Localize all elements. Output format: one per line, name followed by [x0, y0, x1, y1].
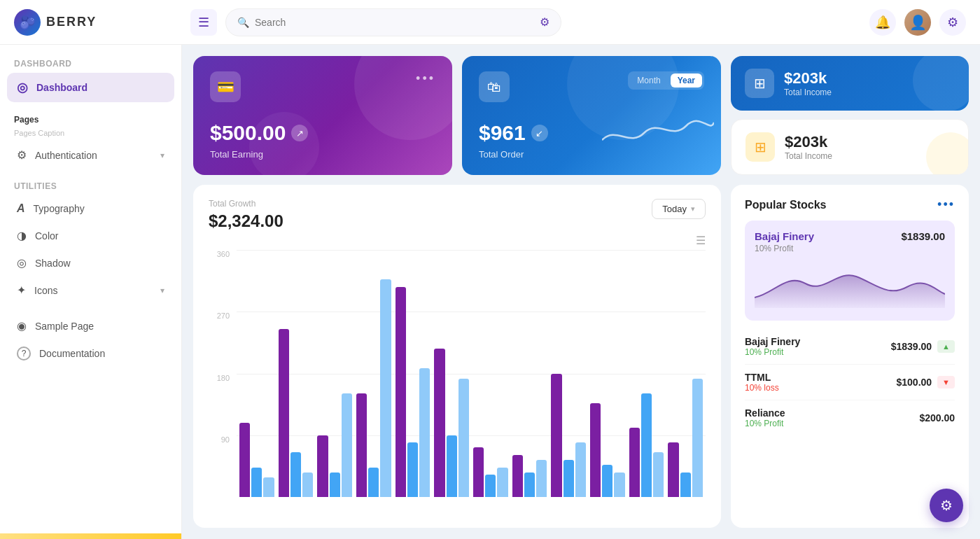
- order-arrow: ↙: [531, 125, 548, 141]
- month-toggle[interactable]: Month: [630, 74, 667, 88]
- sidebar-docs-label: Documentation: [39, 348, 105, 359]
- order-card: 🛍 Month Year $961 ↙ Total Order: [462, 56, 721, 175]
- bar-group-5: [396, 250, 430, 497]
- menu-icon: ☰: [198, 15, 209, 30]
- documentation-icon: ?: [17, 346, 31, 360]
- order-card-icon: 🛍: [479, 71, 510, 102]
- stock-price-reliance: $200.00: [919, 412, 955, 424]
- earning-card: 💳 ••• $500.00 ↗ Total Earning: [193, 56, 452, 175]
- stock-list: Bajaj Finery 10% Profit $1839.00 ▲ TTML …: [745, 329, 955, 435]
- stock-name-reliance: Reliance: [745, 407, 785, 419]
- sidebar: Dashboard ◎ Dashboard Pages Pages Captio…: [0, 45, 182, 539]
- sidebar-item-sample-page[interactable]: ◉ Sample Page: [7, 312, 174, 340]
- sidebar-section-pages-caption: Pages Caption: [7, 129, 174, 141]
- year-toggle[interactable]: Year: [671, 74, 702, 88]
- search-icon: 🔍: [237, 17, 249, 28]
- stat-card-yellow: ⊞ $203k Total Income: [731, 119, 969, 175]
- y-label-360: 360: [217, 250, 230, 258]
- sidebar-item-documentation[interactable]: ? Documentation: [7, 340, 174, 368]
- sidebar-color-label: Color: [35, 230, 58, 241]
- stock-profit-bajaj: 10% Profit: [745, 347, 800, 357]
- earning-label: Total Earning: [210, 149, 435, 160]
- stock-price-bajaj: $1839.00: [891, 341, 932, 352]
- stock-badge-bajaj: ▲: [937, 340, 955, 353]
- stock-price-ttml: $100.00: [897, 377, 932, 388]
- bar-group-6: [434, 250, 469, 497]
- sidebar-item-icons[interactable]: ✦ Icons ▾: [7, 276, 174, 304]
- sidebar-item-dashboard[interactable]: ◎ Dashboard: [7, 73, 174, 102]
- earning-card-icon: 💳: [210, 71, 241, 102]
- menu-button[interactable]: ☰: [190, 9, 217, 36]
- icons-arrow: ▾: [160, 286, 164, 295]
- sidebar-item-typography[interactable]: A Typography: [7, 195, 174, 222]
- notification-button[interactable]: 🔔: [869, 9, 896, 36]
- stock-profit-reliance: 10% Profit: [745, 419, 785, 428]
- y-label-270: 270: [217, 312, 230, 320]
- stat-yellow-icon: ⊞: [746, 132, 775, 162]
- chart-title: Total Growth: [209, 199, 284, 209]
- app-name: BERRY: [46, 15, 97, 29]
- chart-section: Total Growth $2,324.00 Today ▾ ☰: [193, 185, 721, 528]
- stock-name-bajaj: Bajaj Finery: [745, 336, 800, 347]
- bar-group-8: [512, 250, 547, 497]
- sidebar-section-pages-label: Pages: [7, 111, 174, 129]
- main-content: 💳 ••• $500.00 ↗ Total Earning 🛍: [182, 45, 980, 539]
- sidebar-item-color[interactable]: ◑ Color: [7, 222, 174, 249]
- bar-group-12: [668, 250, 703, 497]
- sidebar-shadow-label: Shadow: [35, 258, 71, 269]
- settings-button[interactable]: ⚙: [939, 9, 966, 36]
- bar-group-9: [551, 250, 586, 497]
- y-label-90: 90: [221, 435, 230, 444]
- chart-total: $2,324.00: [209, 211, 284, 231]
- earning-amount: $500.00: [210, 121, 286, 145]
- sidebar-auth-label: Authentication: [35, 150, 97, 161]
- earning-card-menu[interactable]: •••: [416, 71, 435, 86]
- color-icon: ◑: [17, 229, 27, 242]
- stocks-menu[interactable]: •••: [937, 197, 955, 212]
- icons-icon: ✦: [17, 284, 26, 297]
- stat-blue-icon: ⊞: [745, 69, 774, 98]
- chart-menu-icon[interactable]: ☰: [696, 234, 706, 247]
- stocks-section: Popular Stocks ••• Bajaj Finery $1839.00…: [731, 185, 969, 528]
- fab-icon: ⚙: [940, 497, 953, 514]
- stocks-title: Popular Stocks: [745, 199, 826, 211]
- stock-profit-ttml: 10% loss: [745, 383, 779, 393]
- order-label: Total Order: [479, 149, 704, 160]
- stock-row-reliance: Reliance 10% Profit $200.00: [745, 400, 955, 435]
- sidebar-item-authentication[interactable]: ⚙ Authentication ▾: [7, 141, 174, 169]
- shadow-icon: ◎: [17, 256, 27, 270]
- sidebar-icons-label: Icons: [34, 285, 57, 296]
- sidebar-section-dashboard: Dashboard: [7, 55, 174, 73]
- stat-blue-label: Total Income: [784, 88, 832, 97]
- sidebar-section-utilities-label: Utilities: [7, 177, 174, 195]
- search-input[interactable]: [255, 17, 534, 28]
- today-button[interactable]: Today ▾: [652, 199, 706, 219]
- bar-group-2: [279, 250, 314, 497]
- stat-card-blue: ⊞ $203k Total Income: [731, 56, 969, 111]
- bar-group-1: [239, 250, 274, 497]
- avatar: 👤: [904, 9, 931, 36]
- sidebar-sample-label: Sample Page: [35, 321, 94, 332]
- fab-button[interactable]: ⚙: [930, 489, 963, 522]
- stock-row-ttml: TTML 10% loss $100.00 ▼: [745, 365, 955, 400]
- bar-group-10: [590, 250, 625, 497]
- order-amount: $961: [479, 121, 526, 145]
- stock-name-ttml: TTML: [745, 372, 779, 383]
- settings-icon: ⚙: [947, 15, 958, 30]
- featured-stock-card: Bajaj Finery $1839.00 10% Profit: [745, 220, 955, 321]
- bar-group-3: [317, 250, 352, 497]
- typography-icon: A: [17, 202, 25, 215]
- filter-icon[interactable]: ⚙: [540, 15, 550, 29]
- stat-yellow-label: Total Income: [785, 151, 832, 161]
- bar-group-7: [473, 250, 508, 497]
- sidebar-dashboard-label: Dashboard: [36, 82, 88, 93]
- auth-icon: ⚙: [17, 148, 27, 162]
- dashboard-icon: ◎: [17, 80, 28, 95]
- dropdown-arrow: ▾: [691, 204, 695, 214]
- logo-icon: 🫐: [14, 9, 41, 36]
- stat-yellow-amount: $203k: [785, 133, 832, 151]
- stock-badge-ttml: ▼: [937, 376, 955, 388]
- sidebar-item-shadow[interactable]: ◎ Shadow: [7, 249, 174, 276]
- auth-arrow: ▾: [160, 150, 164, 160]
- stat-blue-amount: $203k: [784, 69, 832, 88]
